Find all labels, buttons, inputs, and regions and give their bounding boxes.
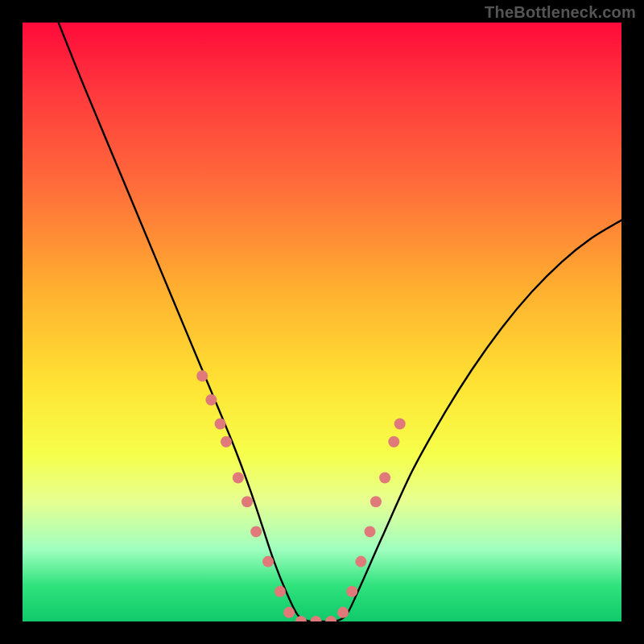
- marker-dot: [355, 556, 366, 568]
- marker-dot: [346, 586, 357, 597]
- marker-dot: [388, 436, 399, 448]
- marker-dot: [337, 607, 349, 618]
- marker-dot: [325, 616, 336, 621]
- marker-dot: [262, 556, 274, 568]
- marker-dot: [221, 436, 232, 448]
- marker-dot: [295, 616, 307, 621]
- marker-dot: [233, 472, 244, 483]
- marker-dot: [370, 496, 382, 507]
- marker-dot: [379, 472, 390, 483]
- curve-line: [59, 23, 621, 621]
- marker-dot: [365, 526, 376, 537]
- marker-dot: [215, 418, 226, 429]
- marker-dot: [242, 496, 253, 507]
- marker-dot: [205, 394, 217, 406]
- marker-dot: [250, 526, 262, 537]
- marker-dot: [196, 370, 208, 382]
- chart-stage: TheBottleneck.com: [0, 0, 644, 644]
- marker-dot: [275, 586, 286, 597]
- chart-overlay: [23, 23, 621, 621]
- marker-dot: [283, 607, 295, 618]
- marker-dot: [394, 418, 406, 429]
- watermark-text: TheBottleneck.com: [485, 3, 636, 22]
- marker-dot: [311, 616, 322, 621]
- plot-area: [23, 23, 621, 621]
- marker-group: [196, 370, 406, 621]
